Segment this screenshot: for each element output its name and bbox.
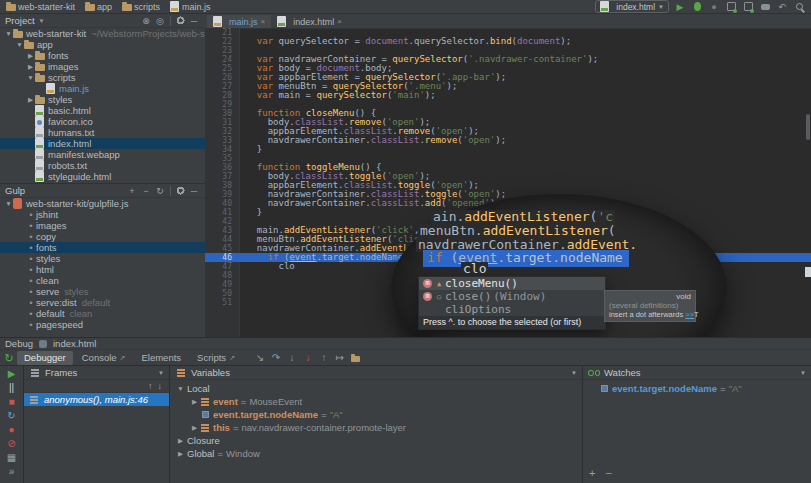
layout-icon[interactable]: ▦ (6, 452, 18, 464)
gulp-task-copy[interactable]: •copy (0, 231, 205, 242)
tree-down-arrow[interactable]: ▼ (176, 385, 185, 392)
completion-item-cliOptions[interactable]: cliOptions (419, 303, 605, 316)
tree-down-arrow[interactable]: ▼ (15, 39, 24, 50)
add-icon[interactable]: + (126, 185, 138, 197)
editor-area[interactable]: main.js×index.html× 2122 var querySelect… (205, 14, 811, 337)
frame-item[interactable]: anonymous(), main.js:46 (24, 393, 169, 406)
completion-item-closeMenu()[interactable]: ▲closeMenu() (419, 277, 605, 290)
tree-item-robots.txt[interactable]: robots.txt (0, 160, 205, 171)
tree-item-manifest.webapp[interactable]: manifest.webapp (0, 149, 205, 160)
debug-tab-elements[interactable]: Elements (134, 351, 188, 365)
add-watch-icon[interactable]: + (589, 467, 595, 479)
resume-icon[interactable]: ▶ (6, 368, 18, 380)
divider[interactable] (168, 15, 172, 27)
rollback-icon[interactable]: ↶ (776, 1, 788, 13)
settings-icon[interactable] (174, 15, 186, 27)
tree-down-arrow[interactable]: ▼ (26, 72, 35, 83)
variable-item[interactable]: ▶Global=Window (170, 447, 582, 460)
tree-item-styleguide.html[interactable]: styleguide.html (0, 171, 205, 182)
gulp-task-images[interactable]: •images (0, 220, 205, 231)
stop-icon[interactable]: ■ (6, 396, 18, 408)
gulp-task-jshint[interactable]: •jshint (0, 209, 205, 220)
tree-right-arrow[interactable]: ▶ (176, 437, 185, 445)
close-icon[interactable]: ⊗ (140, 15, 152, 27)
tree-item-favicon.ico[interactable]: favicon.ico (0, 116, 205, 127)
run-icon[interactable]: ▶ (674, 1, 686, 13)
rerun-icon[interactable]: ↻ (3, 352, 15, 364)
remove-watch-icon[interactable]: − (605, 467, 611, 479)
mute-breakpoints-icon[interactable]: ⊘ (6, 438, 18, 450)
rerun-icon[interactable]: ↻ (6, 410, 18, 422)
variable-item[interactable]: ▶event=MouseEvent (170, 395, 582, 408)
hide-icon[interactable]: ─ (188, 15, 200, 27)
gulp-task-styles[interactable]: •styles (0, 253, 205, 264)
tree-down-arrow[interactable]: ▼ (4, 28, 13, 39)
gulp-task-pagespeed[interactable]: •pagespeed (0, 319, 205, 330)
profile-icon[interactable]: ● (708, 1, 720, 13)
debug-tab-console[interactable]: Console↗ (75, 351, 133, 365)
tree-item-web-starter-kit[interactable]: ▼web-starter-kit~/WebstormProjects/web-s… (0, 28, 205, 39)
step-into-icon[interactable]: ↓ (286, 352, 298, 364)
gulp-task-serve[interactable]: •servestyles (0, 286, 205, 297)
breakpoints-icon[interactable]: ● (6, 424, 18, 436)
show-execution-point-icon[interactable]: ↘ (254, 352, 266, 364)
debug-tab-scripts[interactable]: Scripts↗ (190, 351, 242, 365)
run-to-cursor-icon[interactable]: ↦ (334, 352, 346, 364)
variable-item[interactable]: event.target.nodeName="A" (170, 408, 582, 421)
tab-close-icon[interactable]: × (337, 17, 342, 26)
tree-right-arrow[interactable]: ▶ (176, 450, 185, 458)
variable-item[interactable]: ▼Local (170, 382, 582, 395)
gulp-task-clean[interactable]: •clean (0, 275, 205, 286)
code-editor[interactable]: 2122 var querySelector = document.queryS… (205, 28, 811, 337)
gulp-task-fonts[interactable]: •fonts (0, 242, 205, 253)
gulp-task-serve:dist[interactable]: •serve:distdefault (0, 297, 205, 308)
refresh-icon[interactable]: ↻ (154, 185, 166, 197)
debug-icon[interactable] (691, 1, 703, 13)
variable-item[interactable]: ▶this=nav.navdrawer-container.promote-la… (170, 421, 582, 434)
chevron-down-icon[interactable]: ▼ (39, 18, 45, 24)
tree-item-index.html[interactable]: index.html (0, 138, 205, 149)
divider[interactable] (168, 185, 172, 197)
tree-right-arrow[interactable]: ▶ (190, 398, 199, 406)
collapse-icon[interactable]: ▼ (571, 370, 577, 376)
completion-item-close()[interactable]: ○close() (Window) (419, 290, 605, 303)
pause-icon[interactable]: || (6, 382, 18, 394)
gulp-task-default[interactable]: •defaultclean (0, 308, 205, 319)
breadcrumb-item-main.js[interactable]: main.js (170, 1, 211, 12)
more-icon[interactable]: » (6, 466, 18, 478)
editor-scrollbar-thumb[interactable] (806, 114, 810, 140)
breadcrumb-item-scripts[interactable]: scripts (122, 1, 160, 12)
tree-item-humans.txt[interactable]: humans.txt (0, 127, 205, 138)
coverage-icon[interactable] (725, 1, 737, 13)
settings-icon[interactable] (174, 185, 186, 197)
variable-item[interactable]: ▶Closure (170, 434, 582, 447)
tree-item-styles[interactable]: ▶styles (0, 94, 205, 105)
tree-right-arrow[interactable]: ▶ (190, 424, 199, 432)
editor-tab-main.js[interactable]: main.js× (207, 15, 271, 28)
frame-up-icon[interactable]: ↑ (148, 381, 153, 391)
step-out-icon[interactable]: ↑ (318, 352, 330, 364)
tab-close-icon[interactable]: × (261, 17, 266, 26)
collapse-icon[interactable]: ▼ (158, 370, 164, 376)
force-step-into-icon[interactable]: ↓ (302, 352, 314, 364)
step-over-icon[interactable]: ↷ (270, 352, 282, 364)
breadcrumb-item-web-starter-kit[interactable]: web-starter-kit (6, 1, 75, 12)
tree-item-main.js[interactable]: main.js (0, 83, 205, 94)
remove-icon[interactable]: − (140, 185, 152, 197)
tree-right-arrow[interactable]: ▶ (26, 50, 35, 61)
tree-right-arrow[interactable]: ▶ (26, 61, 35, 72)
console-folder-icon[interactable] (350, 352, 362, 364)
search-icon[interactable] (793, 1, 805, 13)
tree-right-arrow[interactable]: ▶ (26, 94, 35, 105)
breadcrumb-item-app[interactable]: app (85, 1, 112, 12)
watch-item[interactable]: event.target.nodeName="A" (583, 382, 811, 395)
locate-icon[interactable]: ◎ (154, 15, 166, 27)
editor-tab-index.html[interactable]: index.html× (271, 15, 348, 28)
debug-tab-debugger[interactable]: Debugger (17, 351, 73, 365)
tree-item-images[interactable]: ▶images (0, 61, 205, 72)
gulpfile-node[interactable]: ▼web-starter-kit/gulpfile.js (0, 198, 205, 209)
tree-item-fonts[interactable]: ▶fonts (0, 50, 205, 61)
tree-item-basic.html[interactable]: basic.html (0, 105, 205, 116)
run-configuration-select[interactable]: index.html ▼ (595, 0, 669, 13)
tree-down-arrow[interactable]: ▼ (4, 198, 13, 209)
